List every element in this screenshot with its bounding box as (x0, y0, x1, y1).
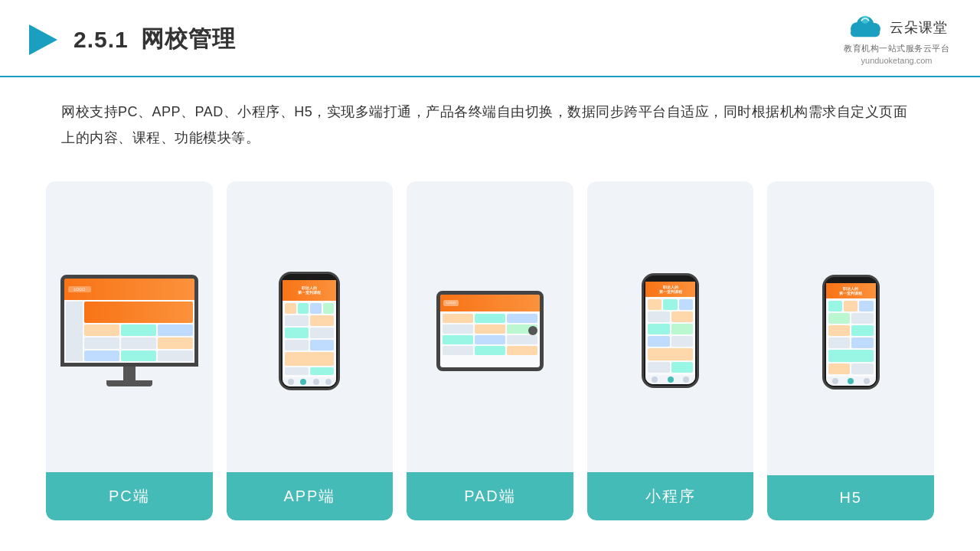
tablet-mockup: LOGO (436, 291, 544, 371)
pc-image-area: LOGO (46, 181, 213, 472)
card-pad: LOGO (407, 181, 573, 520)
pc-label: PC端 (46, 472, 213, 520)
brand-area: 云朵课堂 教育机构一站式服务云平台 yunduoketang.com (844, 14, 949, 65)
phone-mockup-app: 职达人的第一堂判课程 (279, 272, 340, 390)
card-miniprogram: 职达人的第一堂判课程 (587, 181, 754, 520)
cloud-icon (845, 14, 885, 41)
miniprogram-label: 小程序 (587, 472, 754, 520)
description-section: 网校支持PC、APP、PAD、小程序、H5，实现多端打通，产品各终端自由切换，数… (0, 77, 980, 158)
phone-mockup-mini: 职达人的第一堂判课程 (642, 273, 699, 388)
page-container: 2.5.1 网校管理 云朵课堂 教育机构一站式服务云平台 yunduoketan… (0, 0, 980, 551)
miniprogram-image-area: 职达人的第一堂判课程 (587, 181, 754, 472)
svg-marker-0 (29, 24, 57, 55)
pad-image-area: LOGO (407, 181, 573, 472)
brand-logo: 云朵课堂 (845, 14, 948, 41)
pad-label: PAD端 (407, 472, 573, 520)
h5-image-area: 职达人的第一堂判课程 (767, 181, 934, 475)
card-app: 职达人的第一堂判课程 (227, 181, 394, 520)
brand-name: 云朵课堂 (890, 18, 948, 37)
monitor-screen: LOGO (64, 279, 194, 363)
brand-tagline: 教育机构一站式服务云平台 (844, 43, 949, 54)
monitor: LOGO (60, 275, 198, 367)
page-title: 2.5.1 (74, 27, 129, 53)
pc-mockup: LOGO (60, 275, 198, 386)
app-image-area: 职达人的第一堂判课程 (227, 181, 394, 472)
logo-arrow-icon (23, 21, 61, 59)
header-left: 2.5.1 网校管理 (23, 21, 236, 59)
svg-rect-4 (851, 29, 880, 37)
card-pc: LOGO (46, 181, 213, 520)
h5-label: H5 (767, 475, 934, 520)
header: 2.5.1 网校管理 云朵课堂 教育机构一站式服务云平台 yunduoketan… (0, 0, 980, 77)
description-text: 网校支持PC、APP、PAD、小程序、H5，实现多端打通，产品各终端自由切换，数… (61, 99, 919, 151)
phone-mockup-h5: 职达人的第一堂判课程 (822, 275, 880, 390)
cards-section: LOGO (0, 158, 980, 551)
brand-url: yunduoketang.com (861, 56, 933, 65)
page-title-cn: 网校管理 (141, 24, 236, 55)
app-label: APP端 (227, 472, 394, 520)
card-h5: 职达人的第一堂判课程 (767, 181, 934, 520)
